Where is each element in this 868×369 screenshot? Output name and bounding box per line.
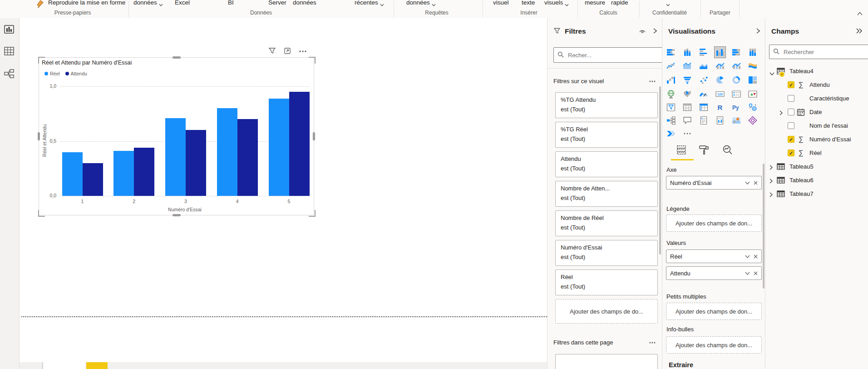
collapse-pane-icon[interactable] [653,28,657,35]
paginated-report-icon[interactable] [715,115,725,126]
add-data-fields-dropzone[interactable]: Ajouter des champs de don... [666,214,762,232]
tab-fields[interactable] [676,144,687,156]
bar-réel-5[interactable] [269,99,289,196]
field-row-attendu[interactable]: ✓∑Attendu [765,78,868,92]
ribbon-button-dropdown[interactable] [664,0,670,8]
page-tab-highlighted[interactable] [86,362,108,369]
filter-card[interactable]: %TG Réelest (Tout) [555,122,658,148]
field-checkbox[interactable]: ✓ [788,150,794,156]
field-checkbox[interactable] [788,122,794,129]
bar-réel-2[interactable] [113,151,134,196]
bar-attendu-1[interactable] [83,163,103,196]
chevron-right-icon[interactable] [769,178,773,185]
legend-item[interactable]: Attendu [65,71,87,76]
stacked-column-chart-icon[interactable] [682,47,693,58]
bar-attendu-3[interactable] [186,130,206,196]
filters-search-input[interactable] [567,51,660,59]
selection-corner-handle[interactable] [309,210,316,217]
field-chip-attendu[interactable]: Attendu [666,266,762,280]
remove-icon[interactable] [754,271,758,275]
ribbon-button-données[interactable]: données [133,0,163,8]
gauge-icon[interactable] [698,89,709,100]
stacked-area-chart-icon[interactable] [698,60,709,71]
matrix-icon[interactable] [698,102,709,113]
table-icon[interactable] [682,102,693,113]
table-row-tableau7[interactable]: Tableau7 [765,187,868,201]
field-row-caractéristique[interactable]: Caractéristique [765,92,868,105]
ribbon-button-récentes[interactable]: récentes [355,0,384,8]
filter-card[interactable]: Nombre de Atten...est (Tout) [555,181,658,207]
table-row-tableau4[interactable]: ✓Tableau4 [765,65,868,78]
fields-search-input[interactable] [783,48,868,56]
add-data-fields-dropzone[interactable]: Ajouter des champs de don... [666,336,762,354]
ribbon-button-bi[interactable]: BI [228,0,234,6]
filter-card[interactable]: %TG Attenduest (Tout) [555,92,658,118]
bar-attendu-5[interactable] [289,92,310,196]
multi-row-card-icon[interactable] [731,89,742,100]
ribbon-button-rapide[interactable]: rapide [611,0,628,6]
ribbon-button-données[interactable]: données [406,0,436,8]
selection-handle-right[interactable] [313,132,315,140]
filter-card-partial[interactable] [555,354,658,369]
more-options-icon[interactable] [649,341,656,344]
report-view-icon[interactable] [4,24,15,36]
smart-narrative-icon[interactable] [698,115,709,126]
bar-réel-4[interactable] [217,108,237,196]
ribbon-button-visuel[interactable]: visuel [493,0,509,6]
scatter-chart-icon[interactable] [698,75,709,85]
map-icon[interactable] [666,89,676,100]
power-apps-icon[interactable] [747,115,758,126]
kpi-icon[interactable] [747,89,758,100]
model-view-icon[interactable] [4,68,15,80]
slicer-icon[interactable] [666,102,676,113]
stacked-bar-chart-icon[interactable] [666,47,676,58]
filter-icon[interactable] [268,47,276,55]
selection-corner-handle[interactable] [309,57,316,64]
add-data-fields-dropzone[interactable]: Ajouter des champs de do... [555,299,658,324]
line-stacked-column-chart-icon[interactable] [715,60,725,71]
ribbon-button-reproduire-la-mise-en-forme[interactable]: Reproduire la mise en forme [35,0,125,10]
filter-card[interactable]: Numéro d'Essaiest (Tout) [555,240,658,266]
chevron-down-icon[interactable] [745,272,750,275]
add-data-fields-dropzone[interactable]: Ajouter des champs de don... [666,303,762,320]
focus-mode-icon[interactable] [284,47,291,55]
table-row-tableau6[interactable]: Tableau6 [765,174,868,187]
filter-card[interactable]: Réelest (Tout) [555,269,658,295]
double-chevron-right-icon[interactable] [856,28,863,35]
ribbon-chart-icon[interactable] [747,60,758,71]
report-canvas[interactable]: Réel et Attendu par Numéro d'EssaiRéelAt… [20,18,547,369]
field-checkbox[interactable]: ✓ [788,81,794,88]
q-and-a-icon[interactable] [682,115,693,126]
line-chart-icon[interactable] [666,60,676,71]
decomposition-tree-icon[interactable] [666,115,676,126]
clustered-column-chart-icon[interactable] [715,47,725,58]
clustered-bar-chart-icon[interactable] [698,47,709,58]
bar-attendu-4[interactable] [237,119,258,196]
100-stacked-column-chart-icon[interactable] [747,47,758,58]
remove-icon[interactable] [754,254,758,259]
more-options-icon[interactable] [299,47,306,55]
filled-map-icon[interactable] [682,89,693,100]
remove-icon[interactable] [754,181,758,185]
ribbon-button-texte[interactable]: texte [522,0,535,6]
100-stacked-bar-chart-icon[interactable] [731,47,742,58]
bar-réel-3[interactable] [165,118,186,196]
filter-card[interactable]: Attenduest (Tout) [555,151,658,177]
power-automate-icon[interactable] [666,128,676,139]
chevron-right-icon[interactable] [779,110,783,117]
funnel-chart-icon[interactable] [682,75,693,85]
bar-attendu-2[interactable] [134,148,154,196]
ribbon-button-données[interactable]: données [293,0,316,6]
ribbon-button-excel[interactable]: Excel [175,0,190,6]
ribbon-button-visuels[interactable]: visuels [544,0,569,8]
bar-réel-1[interactable] [62,152,83,196]
bar-chart-visual[interactable]: Réel et Attendu par Numéro d'EssaiRéelAt… [39,57,314,215]
arcgis-map-icon[interactable] [731,115,742,126]
data-view-icon[interactable] [4,46,15,58]
chevron-down-icon[interactable] [745,255,750,258]
selection-handle-bottom[interactable] [173,214,181,216]
selection-corner-handle[interactable] [38,210,45,217]
donut-chart-icon[interactable] [731,75,742,85]
tab-analytics[interactable] [722,144,734,156]
waterfall-chart-icon[interactable] [666,75,676,85]
